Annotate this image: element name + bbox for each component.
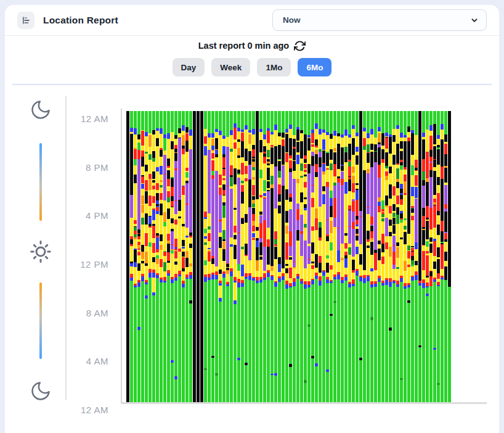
moon-icon-top — [30, 99, 52, 121]
y-axis-tick-label: 8 AM — [67, 307, 113, 318]
y-axis-line — [121, 109, 122, 403]
y-axis-tick-label: 12 AM — [67, 405, 113, 415]
last-report-text: Last report 0 min ago — [198, 41, 289, 51]
page-title: Location Report — [43, 15, 118, 26]
location-heatmap-canvas — [126, 111, 452, 402]
range-button-1mo[interactable]: 1Mo — [257, 58, 291, 76]
range-button-week[interactable]: Week — [211, 58, 250, 76]
sun-icon — [28, 239, 54, 265]
x-axis-line — [121, 402, 487, 404]
y-axis-tick-label: 4 PM — [67, 210, 113, 221]
dusk-gradient-bar — [39, 282, 42, 359]
y-axis-tick-label: 12 AM — [67, 113, 113, 124]
range-button-day[interactable]: Day — [173, 58, 205, 76]
range-button-row: Day Week 1Mo 6Mo — [5, 58, 499, 76]
chart-area: 12 AM8 PM4 PM12 PM8 AM4 AM12 AM — [5, 93, 499, 433]
report-icon-box — [17, 12, 35, 29]
refresh-button[interactable] — [294, 40, 306, 52]
time-range-select[interactable]: Now — [272, 9, 487, 31]
location-report-card: Location Report Now Last report 0 min ag… — [5, 5, 499, 433]
subheader: Last report 0 min ago — [5, 38, 499, 53]
range-button-6mo[interactable]: 6Mo — [298, 58, 331, 76]
y-axis-tick-label: 4 AM — [67, 356, 113, 366]
section-divider — [12, 84, 492, 85]
y-axis-tick-label: 8 PM — [67, 162, 113, 172]
bar-chart-horizontal-icon — [21, 15, 31, 25]
refresh-icon — [294, 40, 306, 52]
header: Location Report Now — [5, 5, 499, 36]
y-axis-tick-label: 12 PM — [67, 259, 113, 270]
header-left: Location Report — [17, 12, 118, 29]
moon-icon-bottom — [30, 380, 52, 402]
select-value: Now — [283, 15, 301, 25]
chevron-down-icon — [470, 16, 479, 25]
legend-chart-divider — [65, 96, 67, 400]
dawn-gradient-bar — [39, 143, 42, 221]
